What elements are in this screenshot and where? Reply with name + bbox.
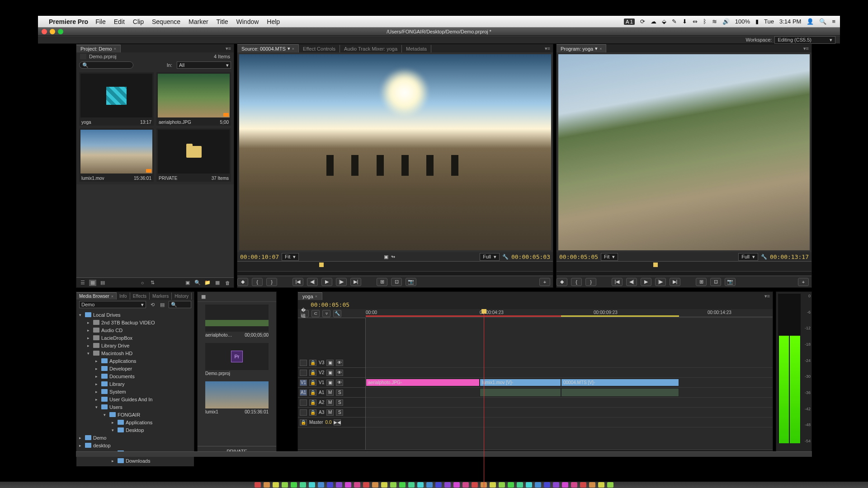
cloud-icon[interactable]: ☁ xyxy=(651,18,656,25)
mark-in-button[interactable]: ◆ xyxy=(557,278,567,286)
button-editor[interactable]: + xyxy=(798,278,809,286)
snap-icon[interactable]: �磁 xyxy=(301,310,309,317)
spotlight-icon[interactable]: 🔍 xyxy=(819,18,826,25)
project-filter[interactable]: All▾ xyxy=(177,61,231,69)
track-target[interactable]: V1 xyxy=(300,380,307,386)
workspace-selector[interactable]: Editing (CS5.5)▾ xyxy=(774,36,835,44)
step-fwd-button[interactable]: |▶ xyxy=(336,278,347,286)
program-fit[interactable]: Fit▾ xyxy=(601,253,618,261)
play-button[interactable]: ▶ xyxy=(321,278,332,286)
new-bin-icon[interactable]: 📁 xyxy=(204,280,211,286)
toggle-output[interactable]: ▣ xyxy=(326,370,334,376)
bin-seq[interactable]: yoga13:17 xyxy=(79,72,154,126)
battery-level[interactable]: 100% xyxy=(735,18,750,25)
clip[interactable]: lumix1.mov [V] ▫ xyxy=(480,379,561,386)
volume-icon[interactable]: 🔊 xyxy=(722,18,730,25)
loop-icon[interactable]: ▶◀ xyxy=(334,419,341,426)
program-viewport[interactable] xyxy=(558,54,810,250)
tree-item[interactable]: ▸ User Guides And In xyxy=(76,395,194,403)
set-in-button[interactable]: { xyxy=(252,278,263,286)
project-search[interactable]: 🔍 xyxy=(79,61,133,69)
track-target[interactable] xyxy=(300,360,307,366)
step-back-button[interactable]: ◀| xyxy=(626,278,637,286)
goto-in-button[interactable]: |◀ xyxy=(612,278,623,286)
tree-item[interactable]: ▾ FONGAIR xyxy=(76,411,194,418)
clear-icon[interactable]: 🗑 xyxy=(224,280,231,286)
set-out-button[interactable]: } xyxy=(266,278,277,286)
tree-item[interactable]: ▸ System xyxy=(76,388,194,395)
mute-button[interactable]: M xyxy=(326,409,334,416)
ingest-icon[interactable]: ⟲ xyxy=(149,302,156,308)
clip-audio[interactable] xyxy=(480,388,561,397)
mb-tab-info[interactable]: Info xyxy=(117,292,130,300)
export-frame-button[interactable]: 📷 xyxy=(725,278,736,286)
lane-A1[interactable] xyxy=(366,388,773,398)
toggle-sync[interactable]: 👁 xyxy=(336,360,343,366)
clip-audio[interactable] xyxy=(561,388,679,397)
expand-icon[interactable]: ⇔ xyxy=(693,18,698,25)
goto-out-button[interactable]: ▶| xyxy=(670,278,680,286)
step-fwd-button[interactable]: |▶ xyxy=(655,278,666,286)
mute-button[interactable]: M xyxy=(326,389,334,396)
app-name[interactable]: Premiere Pro xyxy=(49,18,88,25)
tree-item[interactable]: ▾ Local Drives xyxy=(76,311,194,319)
source-fit[interactable]: Fit▾ xyxy=(282,253,299,261)
track-header-V3[interactable]: 🔒 V3 ▣ 👁 xyxy=(298,358,365,368)
lock-icon[interactable]: 🔒 xyxy=(309,380,316,386)
audio-mixer-tab[interactable]: Audio Track Mixer: yoga xyxy=(340,45,402,52)
menu-clip[interactable]: Clip xyxy=(133,18,144,25)
mb-tab-markers[interactable]: Markers xyxy=(150,292,172,300)
freeform-view-icon[interactable]: ▤ xyxy=(99,280,106,286)
clip[interactable]: aerialphoto.JPG ▫ xyxy=(366,379,480,386)
tree-item[interactable]: ▸ Demo xyxy=(76,434,194,441)
step-back-button[interactable]: ◀| xyxy=(307,278,318,286)
program-tab[interactable]: Program: yoga ▾× xyxy=(557,44,606,52)
battery-icon[interactable]: ▮ xyxy=(755,18,759,25)
source-scrollbar[interactable] xyxy=(237,271,553,276)
list-view-icon[interactable]: ☰ xyxy=(79,280,86,286)
menu-help[interactable]: Help xyxy=(267,18,280,25)
updates-icon[interactable]: ⬇ xyxy=(682,18,687,25)
menu-title[interactable]: Title xyxy=(217,18,228,25)
tree-item[interactable]: ▸ Downloads xyxy=(76,457,194,465)
track-header-V1[interactable]: V1 🔒 V1 ▣ 👁 xyxy=(298,378,365,388)
program-tc-left[interactable]: 00:00:05:05 xyxy=(559,253,598,260)
tree-item[interactable]: ▾ Macintosh HD xyxy=(76,349,194,357)
play-button[interactable]: ▶ xyxy=(641,278,651,286)
automate-icon[interactable]: ▣ xyxy=(184,280,191,286)
button-editor[interactable]: + xyxy=(539,278,550,286)
tree-item[interactable]: ▸ Applications xyxy=(76,357,194,365)
thumb-view-icon[interactable]: ▦ xyxy=(201,294,206,300)
track-header-V2[interactable]: 🔒 V2 ▣ 👁 xyxy=(298,368,365,378)
mb-tab-history[interactable]: History xyxy=(172,292,192,300)
lane-V1[interactable]: aerialphoto.JPG ▫lumix1.mov [V] ▫00004.M… xyxy=(366,378,773,388)
dock[interactable] xyxy=(0,482,868,488)
mute-button[interactable]: M xyxy=(326,399,334,406)
tree-item[interactable]: ▸ Applications xyxy=(76,418,194,426)
tree-item[interactable]: ▸ Audio CD xyxy=(76,326,194,334)
mb-selector[interactable]: Demo▾ xyxy=(79,301,146,308)
toggle-sync[interactable]: 👁 xyxy=(336,370,343,376)
evernote-icon[interactable]: ✎ xyxy=(672,18,677,25)
timeline-ruler[interactable]: 00:0000:00:04:2300:00:09:2300:00:14:23 xyxy=(366,309,773,317)
notification-icon[interactable]: ≡ xyxy=(832,18,835,25)
master-track[interactable]: 🔒 Master 0.0 ▶◀ xyxy=(298,418,365,427)
lane-V2[interactable] xyxy=(366,368,773,378)
linked-selection-icon[interactable]: ⊂ xyxy=(311,310,320,317)
insert-button[interactable]: ⊞ xyxy=(696,278,707,286)
source-viewport[interactable] xyxy=(239,54,551,250)
solo-button[interactable]: S xyxy=(336,409,343,416)
lane-A2[interactable] xyxy=(366,398,773,408)
sort-icon[interactable]: ⇅ xyxy=(149,280,156,286)
set-out-button[interactable]: } xyxy=(585,278,596,286)
marker-icon[interactable]: ▿ xyxy=(322,310,330,317)
program-res[interactable]: Full▾ xyxy=(738,253,758,261)
panel-menu-icon[interactable]: ▾≡ xyxy=(801,46,811,52)
menu-sequence[interactable]: Sequence xyxy=(152,18,180,25)
export-frame-button[interactable]: 📷 xyxy=(406,278,416,286)
settings-icon[interactable]: 🔧 xyxy=(333,310,341,317)
source-tc-right[interactable]: 00:00:05:03 xyxy=(511,253,550,260)
lock-icon[interactable]: 🔒 xyxy=(300,419,307,426)
menu-marker[interactable]: Marker xyxy=(189,18,208,25)
dropbox-icon[interactable]: ⬙ xyxy=(662,18,666,25)
